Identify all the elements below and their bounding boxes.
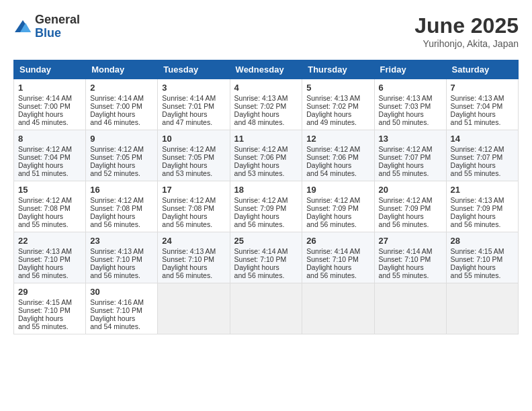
table-row: 3 Sunrise: 4:14 AM Sunset: 7:01 PM Dayli…: [158, 79, 230, 130]
day-number: 20: [379, 185, 442, 195]
table-row: 21 Sunrise: 4:13 AM Sunset: 7:09 PM Dayl…: [446, 181, 518, 232]
day-number: 29: [18, 287, 81, 297]
day-number: 15: [18, 185, 81, 195]
sunrise-text: Sunrise: 4:16 AM: [90, 298, 144, 306]
sunset-text: Sunset: 7:04 PM: [18, 153, 71, 161]
sunset-text: Sunset: 7:10 PM: [18, 255, 71, 263]
daylight-duration: and 56 minutes.: [306, 220, 357, 228]
table-row: [374, 283, 446, 334]
daylight-label: Daylight hours: [451, 263, 496, 271]
table-row: 11 Sunrise: 4:12 AM Sunset: 7:06 PM Dayl…: [230, 130, 302, 181]
daylight-duration: and 56 minutes.: [234, 271, 285, 279]
sunset-text: Sunset: 7:09 PM: [306, 204, 359, 212]
sunrise-text: Sunrise: 4:13 AM: [451, 94, 504, 102]
sunrise-text: Sunrise: 4:12 AM: [306, 196, 360, 204]
daylight-label: Daylight hours: [90, 161, 135, 169]
table-row: 6 Sunrise: 4:13 AM Sunset: 7:03 PM Dayli…: [374, 79, 446, 130]
sunrise-text: Sunrise: 4:15 AM: [18, 298, 72, 306]
table-row: 18 Sunrise: 4:12 AM Sunset: 7:09 PM Dayl…: [230, 181, 302, 232]
sunrise-text: Sunrise: 4:12 AM: [90, 196, 144, 204]
daylight-duration: and 51 minutes.: [18, 169, 69, 177]
calendar-week-row: 1 Sunrise: 4:14 AM Sunset: 7:00 PM Dayli…: [14, 79, 519, 130]
table-row: 26 Sunrise: 4:14 AM Sunset: 7:10 PM Dayl…: [302, 232, 374, 283]
sunset-text: Sunset: 7:02 PM: [234, 102, 287, 110]
daylight-label: Daylight hours: [379, 110, 424, 118]
daylight-duration: and 56 minutes.: [379, 220, 429, 228]
daylight-duration: and 55 minutes.: [379, 271, 429, 279]
sunrise-text: Sunrise: 4:12 AM: [306, 145, 360, 153]
daylight-duration: and 56 minutes.: [90, 271, 140, 279]
table-row: 5 Sunrise: 4:13 AM Sunset: 7:02 PM Dayli…: [302, 79, 374, 130]
daylight-duration: and 52 minutes.: [90, 169, 140, 177]
sunrise-text: Sunrise: 4:12 AM: [162, 145, 216, 153]
day-number: 1: [18, 83, 81, 93]
daylight-label: Daylight hours: [18, 314, 63, 322]
day-number: 23: [90, 236, 153, 246]
table-row: 23 Sunrise: 4:13 AM Sunset: 7:10 PM Dayl…: [86, 232, 158, 283]
sunrise-text: Sunrise: 4:12 AM: [234, 196, 288, 204]
day-number: 22: [18, 236, 81, 246]
day-number: 5: [306, 83, 369, 93]
sunrise-text: Sunrise: 4:12 AM: [18, 196, 72, 204]
sunrise-text: Sunrise: 4:12 AM: [379, 196, 433, 204]
table-row: 16 Sunrise: 4:12 AM Sunset: 7:08 PM Dayl…: [86, 181, 158, 232]
calendar-header-row: Sunday Monday Tuesday Wednesday Thursday…: [14, 60, 519, 79]
daylight-duration: and 54 minutes.: [90, 322, 140, 330]
daylight-label: Daylight hours: [234, 212, 279, 220]
table-row: 7 Sunrise: 4:13 AM Sunset: 7:04 PM Dayli…: [446, 79, 518, 130]
daylight-duration: and 56 minutes.: [162, 271, 212, 279]
table-row: 20 Sunrise: 4:12 AM Sunset: 7:09 PM Dayl…: [374, 181, 446, 232]
daylight-duration: and 55 minutes.: [18, 322, 69, 330]
daylight-duration: and 48 minutes.: [234, 118, 285, 126]
sunrise-text: Sunrise: 4:14 AM: [90, 94, 144, 102]
sunset-text: Sunset: 7:06 PM: [306, 153, 359, 161]
daylight-label: Daylight hours: [162, 161, 207, 169]
sunrise-text: Sunrise: 4:13 AM: [18, 247, 72, 255]
sunset-text: Sunset: 7:00 PM: [18, 102, 71, 110]
sunset-text: Sunset: 7:09 PM: [379, 204, 431, 212]
day-number: 12: [306, 134, 369, 144]
daylight-label: Daylight hours: [306, 161, 351, 169]
calendar-week-row: 29 Sunrise: 4:15 AM Sunset: 7:10 PM Dayl…: [14, 283, 519, 334]
day-number: 26: [306, 236, 369, 246]
day-number: 28: [451, 236, 514, 246]
table-row: [158, 283, 230, 334]
sunset-text: Sunset: 7:05 PM: [90, 153, 142, 161]
table-row: 17 Sunrise: 4:12 AM Sunset: 7:08 PM Dayl…: [158, 181, 230, 232]
daylight-duration: and 46 minutes.: [90, 118, 140, 126]
table-row: 15 Sunrise: 4:12 AM Sunset: 7:08 PM Dayl…: [14, 181, 86, 232]
sunrise-text: Sunrise: 4:13 AM: [379, 94, 433, 102]
sunset-text: Sunset: 7:10 PM: [306, 255, 359, 263]
day-number: 11: [234, 134, 298, 144]
daylight-duration: and 55 minutes.: [18, 220, 69, 228]
day-number: 14: [451, 134, 514, 144]
sunset-text: Sunset: 7:00 PM: [90, 102, 142, 110]
sunrise-text: Sunrise: 4:13 AM: [90, 247, 144, 255]
daylight-label: Daylight hours: [451, 161, 496, 169]
sunset-text: Sunset: 7:02 PM: [306, 102, 359, 110]
daylight-label: Daylight hours: [451, 110, 496, 118]
sunrise-text: Sunrise: 4:14 AM: [379, 247, 433, 255]
daylight-duration: and 49 minutes.: [306, 118, 357, 126]
daylight-label: Daylight hours: [234, 110, 279, 118]
sunrise-text: Sunrise: 4:13 AM: [234, 94, 288, 102]
daylight-label: Daylight hours: [451, 212, 496, 220]
daylight-duration: and 53 minutes.: [162, 169, 212, 177]
table-row: 29 Sunrise: 4:15 AM Sunset: 7:10 PM Dayl…: [14, 283, 86, 334]
sunset-text: Sunset: 7:10 PM: [234, 255, 287, 263]
daylight-label: Daylight hours: [234, 263, 279, 271]
table-row: 2 Sunrise: 4:14 AM Sunset: 7:00 PM Dayli…: [86, 79, 158, 130]
table-row: 28 Sunrise: 4:15 AM Sunset: 7:10 PM Dayl…: [446, 232, 518, 283]
daylight-duration: and 51 minutes.: [451, 118, 501, 126]
sunset-text: Sunset: 7:08 PM: [162, 204, 214, 212]
daylight-duration: and 55 minutes.: [451, 271, 501, 279]
table-row: 24 Sunrise: 4:13 AM Sunset: 7:10 PM Dayl…: [158, 232, 230, 283]
daylight-duration: and 56 minutes.: [451, 220, 501, 228]
table-row: 12 Sunrise: 4:12 AM Sunset: 7:06 PM Dayl…: [302, 130, 374, 181]
day-number: 19: [306, 185, 369, 195]
col-thursday: Thursday: [302, 60, 374, 79]
sunrise-text: Sunrise: 4:14 AM: [18, 94, 72, 102]
sunrise-text: Sunrise: 4:14 AM: [306, 247, 360, 255]
sunrise-text: Sunrise: 4:12 AM: [379, 145, 433, 153]
month-title: June 2025: [414, 13, 519, 38]
